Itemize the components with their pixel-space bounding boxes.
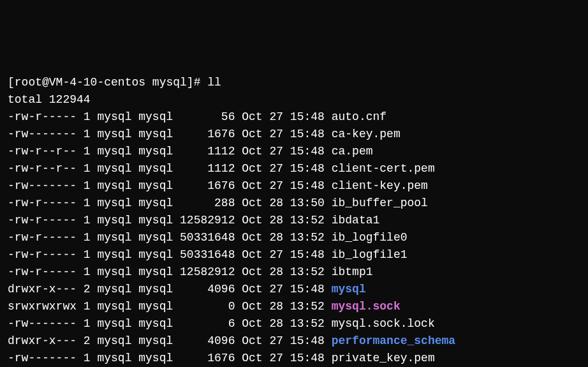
file-name: client-cert.pem bbox=[332, 162, 435, 175]
file-name: ca-key.pem bbox=[332, 128, 401, 140]
file-name: auto.cnf bbox=[332, 110, 386, 123]
listing-row: drwxr-x--- 2 mysql mysql 4096 Oct 27 15:… bbox=[8, 333, 580, 350]
file-name: ca.pem bbox=[332, 145, 373, 158]
terminal-output[interactable]: [root@VM-4-10-centos mysql]# lltotal 122… bbox=[8, 74, 580, 367]
listing-row: -rw-r--r-- 1 mysql mysql 1112 Oct 27 15:… bbox=[8, 143, 580, 160]
file-name: performance_schema bbox=[332, 334, 455, 347]
listing-row: -rw-r----- 1 mysql mysql 50331648 Oct 27… bbox=[8, 246, 580, 264]
listing-row: -rw-r--r-- 1 mysql mysql 1112 Oct 27 15:… bbox=[8, 160, 580, 177]
listing-row: -rw-r----- 1 mysql mysql 12582912 Oct 28… bbox=[8, 212, 580, 229]
listing-row: drwxr-x--- 2 mysql mysql 4096 Oct 27 15:… bbox=[8, 281, 580, 298]
file-name: ibtmp1 bbox=[332, 266, 373, 278]
file-name: mysql bbox=[332, 283, 366, 296]
total-line: total 122944 bbox=[8, 91, 580, 109]
file-name: ib_buffer_pool bbox=[332, 197, 428, 209]
listing-row: -rw------- 1 mysql mysql 1676 Oct 27 15:… bbox=[8, 177, 580, 195]
listing-row: -rw-r----- 1 mysql mysql 56 Oct 27 15:48… bbox=[8, 109, 580, 126]
file-name: ibdata1 bbox=[332, 214, 380, 227]
listing-row: -rw------- 1 mysql mysql 1676 Oct 27 15:… bbox=[8, 350, 580, 367]
prompt-line: [root@VM-4-10-centos mysql]# ll bbox=[8, 74, 580, 91]
listing-row: -rw-r----- 1 mysql mysql 12582912 Oct 28… bbox=[8, 264, 580, 281]
file-name: private_key.pem bbox=[332, 352, 435, 364]
listing-row: -rw-r----- 1 mysql mysql 288 Oct 28 13:5… bbox=[8, 195, 580, 212]
file-name: ib_logfile0 bbox=[332, 231, 408, 244]
file-name: client-key.pem bbox=[332, 179, 428, 192]
file-name: ib_logfile1 bbox=[332, 248, 408, 261]
file-name: mysql.sock.lock bbox=[332, 317, 435, 330]
file-name: mysql.sock bbox=[332, 300, 401, 313]
listing-row: -rw------- 1 mysql mysql 1676 Oct 27 15:… bbox=[8, 126, 580, 143]
listing-row: srwxrwxrwx 1 mysql mysql 0 Oct 28 13:52 … bbox=[8, 298, 580, 315]
listing-row: -rw-r----- 1 mysql mysql 50331648 Oct 28… bbox=[8, 229, 580, 246]
listing-row: -rw------- 1 mysql mysql 6 Oct 28 13:52 … bbox=[8, 315, 580, 333]
